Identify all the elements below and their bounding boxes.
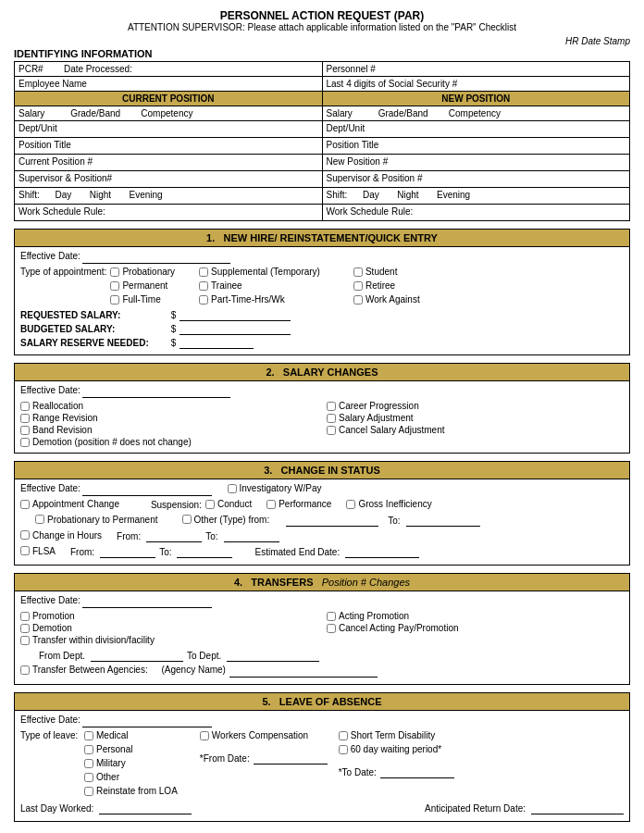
s5-personal[interactable] [84, 745, 93, 754]
new-competency: Competency [449, 108, 501, 118]
s5-effective-field[interactable] [82, 715, 212, 727]
s4-to-dept-field[interactable] [227, 649, 319, 662]
shift-night-cur: Night [90, 190, 111, 200]
s5-60day[interactable] [339, 745, 348, 754]
pos-title-cur-label: Position Title [19, 140, 71, 150]
s5-to-date-label: *To Date: [339, 767, 377, 777]
section5-title: 5. LEAVE OF ABSENCE [15, 693, 629, 711]
s5-workers-comp[interactable] [200, 731, 209, 740]
s4-from-dept-field[interactable] [91, 649, 183, 662]
appt-retiree[interactable] [353, 281, 363, 291]
s3-flsa[interactable] [20, 546, 30, 555]
s2-effective-field[interactable] [82, 385, 230, 398]
s2-band-revision[interactable] [20, 426, 30, 435]
shift-new-label: Shift: [327, 190, 348, 200]
appt-supplemental[interactable] [199, 267, 208, 277]
work-sched-new-label: Work Schedule Rule: [327, 206, 414, 217]
s2-career-prog[interactable] [327, 402, 336, 411]
s5-to-date-field[interactable] [380, 765, 454, 778]
shift-night-new: Night [397, 190, 418, 200]
appt-parttime[interactable] [199, 295, 208, 305]
s3-flsa-from-field[interactable] [100, 545, 155, 558]
s4-col1: Promotion Demotion Transfer within divis… [20, 611, 317, 647]
appt-trainee[interactable] [199, 281, 208, 291]
s1-req-salary-field[interactable] [180, 309, 291, 321]
s4-cancel-acting[interactable] [327, 624, 336, 633]
s4-col2: Acting Promotion Cancel Acting Pay/Promo… [327, 611, 624, 647]
s4-demotion[interactable] [20, 624, 30, 633]
s4-transfer-division[interactable] [20, 636, 30, 645]
s4-acting-promo[interactable] [327, 612, 336, 621]
appt-fulltime[interactable] [110, 295, 119, 305]
s3-conduct[interactable] [205, 500, 215, 509]
s3-ch-from-field[interactable] [146, 529, 202, 542]
page-subtitle: ATTENTION SUPERVISOR: Please attach appl… [14, 22, 630, 32]
s3-appt-change[interactable] [20, 500, 30, 509]
s5-type-label: Type of leave: [20, 730, 80, 740]
s3-prob-perm[interactable] [35, 515, 44, 524]
s1-budgeted-label: BUDGETED SALARY: [20, 324, 168, 334]
identifying-label: IDENTIFYING INFORMATION [14, 48, 630, 59]
s3-other-type[interactable] [182, 515, 192, 524]
personnel-no-label: Personnel # [327, 64, 376, 74]
s2-col1: Reallocation Range Revision Band Revisio… [20, 401, 317, 449]
s2-range-revision[interactable] [20, 414, 30, 423]
s5-return-date-label: Anticipated Return Date: [425, 803, 526, 814]
s4-promotion[interactable] [20, 612, 30, 621]
work-sched-cur-label: Work Schedule Rule: [19, 206, 105, 217]
s1-req-salary-label: REQUESTED SALARY: [20, 310, 168, 320]
s3-effective-field[interactable] [82, 483, 212, 496]
section1-title: 1. NEW HIRE/ REINSTATEMENT/QUICK ENTRY [15, 230, 629, 247]
s4-agency-field[interactable] [229, 665, 378, 678]
s2-reallocation[interactable] [20, 402, 30, 411]
section5-block: 5. LEAVE OF ABSENCE Effective Date: Type… [14, 692, 630, 822]
shift-eve-cur: Evening [130, 190, 163, 200]
s3-flsa-to-field[interactable] [177, 545, 232, 558]
cur-salary: Salary [19, 108, 44, 118]
s4-effective-field[interactable] [82, 595, 212, 608]
new-salary: Salary [327, 108, 353, 118]
appt-col1: Probationary Permanent Full-Time [110, 267, 186, 306]
s5-military[interactable] [84, 759, 93, 768]
s3-performance[interactable] [266, 500, 276, 509]
s2-salary-adj[interactable] [327, 414, 336, 423]
s5-reinstate[interactable] [84, 787, 93, 796]
s5-from-date-label: *From Date: [200, 753, 250, 764]
appt-probationary[interactable] [110, 267, 119, 277]
s1-budgeted-field[interactable] [180, 323, 291, 335]
s3-effective-label: Effective Date: [20, 483, 80, 493]
s5-last-day-field[interactable] [99, 802, 192, 814]
s4-transfer-agencies[interactable] [20, 665, 30, 675]
s3-investigatory[interactable] [228, 484, 237, 493]
shift-cur-label: Shift: [19, 190, 40, 200]
section3-title: 3. CHANGE IN STATUS [15, 462, 629, 479]
s3-change-hours[interactable] [20, 530, 30, 540]
s3-gross[interactable] [346, 500, 355, 509]
appt-student[interactable] [353, 267, 363, 277]
s1-reserve-field[interactable] [180, 337, 254, 349]
s5-last-day-label: Last Day Worked: [20, 803, 93, 814]
s2-col2: Career Progression Salary Adjustment Can… [327, 401, 624, 449]
s3-other-from-field[interactable] [286, 514, 378, 527]
appt-work-against[interactable] [353, 295, 363, 305]
pos-title-new-label: Position Title [327, 140, 379, 150]
section4-title: 4. TRANSFERS Position # Changes [15, 574, 629, 591]
new-position-header: NEW POSITION [322, 92, 630, 106]
identifying-table: PCR# Date Processed: Personnel # Employe… [14, 61, 630, 221]
s5-other[interactable] [84, 773, 93, 782]
s5-from-date-field[interactable] [254, 752, 328, 765]
s3-est-end-field[interactable] [345, 545, 419, 558]
new-pos-num-label: New Position # [327, 156, 389, 167]
s1-effective-label: Effective Date: [20, 251, 80, 261]
s2-demotion[interactable] [20, 438, 30, 447]
s3-other-to-field[interactable] [406, 514, 480, 527]
s1-effective-field[interactable] [82, 251, 230, 264]
s5-col3: Short Term Disability 60 day waiting per… [339, 730, 454, 781]
s2-cancel-salary[interactable] [327, 426, 336, 435]
appt-permanent[interactable] [110, 281, 119, 291]
s5-medical[interactable] [84, 731, 93, 740]
s5-short-term[interactable] [339, 731, 348, 740]
s3-ch-to-field[interactable] [224, 529, 279, 542]
section2-block: 2. SALARY CHANGES Effective Date: Reallo… [14, 363, 630, 454]
s5-return-date-field[interactable] [531, 802, 624, 814]
